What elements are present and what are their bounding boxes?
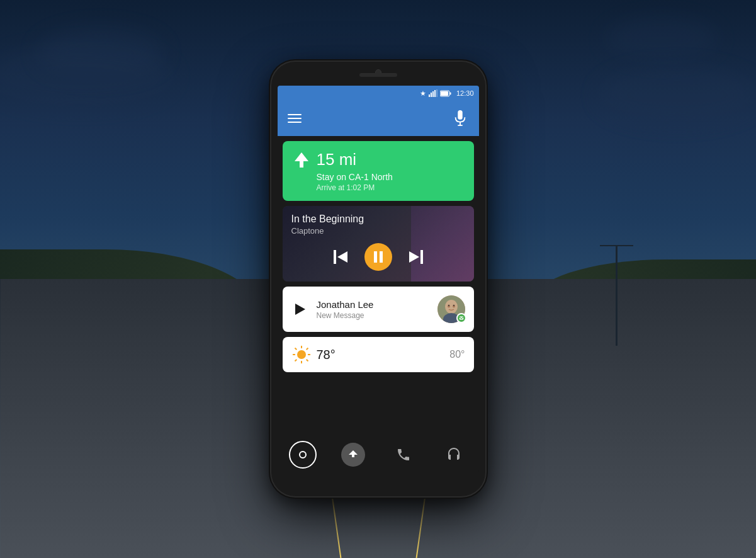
message-type: New Message (317, 311, 430, 320)
svg-rect-7 (449, 92, 451, 94)
nav-arrival: Arrive at 1:02 PM (317, 183, 464, 192)
svg-point-20 (445, 300, 458, 314)
home-circle-icon (289, 441, 317, 469)
svg-point-25 (453, 305, 454, 306)
music-card[interactable]: In the Beginning Claptone (283, 206, 474, 282)
pause-icon (373, 251, 384, 263)
music-controls (291, 243, 465, 271)
svg-rect-1 (431, 93, 432, 97)
svg-rect-6 (441, 91, 448, 96)
svg-marker-12 (334, 250, 336, 264)
svg-rect-0 (429, 94, 430, 97)
phone-screen: ★ 12:30 (278, 86, 479, 472)
nav-distance: 15 mi (317, 150, 357, 169)
svg-rect-8 (458, 110, 462, 120)
menu-line-3 (288, 122, 302, 123)
play-pause-button[interactable] (364, 243, 392, 271)
message-play-button[interactable] (291, 300, 309, 318)
svg-line-34 (306, 348, 308, 350)
sun-svg (291, 344, 312, 365)
music-content: In the Beginning Claptone (283, 206, 474, 276)
phone-frame: ★ 12:30 (271, 62, 485, 496)
svg-line-32 (295, 348, 296, 350)
message-badge-icon (459, 316, 464, 321)
svg-marker-17 (420, 250, 423, 264)
mic-button[interactable] (451, 110, 469, 127)
next-button[interactable] (405, 246, 427, 268)
svg-marker-18 (295, 304, 305, 315)
screen-content: 15 mi Stay on CA-1 North Arrive at 1:02 … (278, 136, 479, 437)
music-title: In the Beginning (291, 214, 465, 225)
prev-button[interactable] (329, 246, 352, 268)
status-bar: ★ 12:30 (278, 86, 479, 101)
cloud-3 (599, 67, 756, 123)
app-bar (278, 101, 479, 136)
maps-nav-item[interactable] (339, 441, 367, 469)
svg-rect-4 (436, 89, 437, 97)
svg-rect-14 (374, 251, 377, 263)
headphones-icon (446, 447, 461, 462)
message-sender: Jonathan Lee (317, 299, 430, 310)
nav-top-row: 15 mi (293, 150, 464, 169)
svg-line-35 (295, 360, 296, 362)
music-artist: Claptone (291, 226, 465, 236)
svg-point-27 (297, 350, 306, 359)
mic-icon-svg (454, 110, 466, 127)
up-arrow-icon (295, 151, 308, 169)
svg-marker-16 (409, 251, 419, 263)
contact-avatar (437, 295, 465, 323)
phone-nav-item[interactable] (390, 441, 417, 469)
status-icons: ★ 12:30 (420, 89, 474, 98)
svg-line-33 (306, 360, 308, 362)
circle-icon (298, 450, 307, 459)
headphones-nav-item[interactable] (440, 441, 468, 469)
bluetooth-icon: ★ (420, 89, 426, 98)
nav-instruction: Stay on CA-1 North (317, 172, 464, 182)
cloud-4 (605, 17, 718, 61)
bottom-nav (278, 437, 479, 472)
message-card[interactable]: Jonathan Lee New Message (283, 287, 474, 332)
svg-rect-26 (459, 317, 463, 320)
directions-icon (341, 443, 365, 467)
play-icon (295, 304, 305, 315)
weather-card[interactable]: 78° 80° (283, 337, 474, 372)
menu-line-1 (288, 114, 302, 115)
message-badge (456, 313, 466, 323)
skip-previous-icon (334, 250, 347, 264)
svg-rect-3 (434, 90, 436, 97)
phone-icon (396, 447, 411, 462)
battery-icon (440, 90, 451, 97)
svg-rect-2 (432, 91, 434, 97)
skip-next-icon (409, 250, 423, 264)
svg-marker-13 (337, 251, 347, 263)
menu-button[interactable] (288, 114, 302, 123)
sun-icon (291, 344, 312, 365)
navigation-card[interactable]: 15 mi Stay on CA-1 North Arrive at 1:02 … (283, 141, 474, 201)
weather-current-temp: 78° (317, 348, 445, 362)
status-time: 12:30 (456, 89, 474, 97)
svg-rect-15 (380, 251, 383, 263)
svg-point-24 (448, 305, 449, 306)
message-info: Jonathan Lee New Message (317, 299, 430, 320)
home-nav-item[interactable] (289, 441, 317, 469)
menu-line-2 (288, 118, 302, 119)
speaker (359, 73, 397, 77)
power-pole (616, 245, 618, 346)
turn-icon (347, 448, 359, 461)
signal-icon (429, 89, 437, 97)
weather-high-temp: 80° (449, 349, 465, 360)
nav-direction-arrow (293, 151, 310, 169)
svg-marker-11 (295, 152, 308, 168)
svg-point-36 (300, 452, 306, 458)
